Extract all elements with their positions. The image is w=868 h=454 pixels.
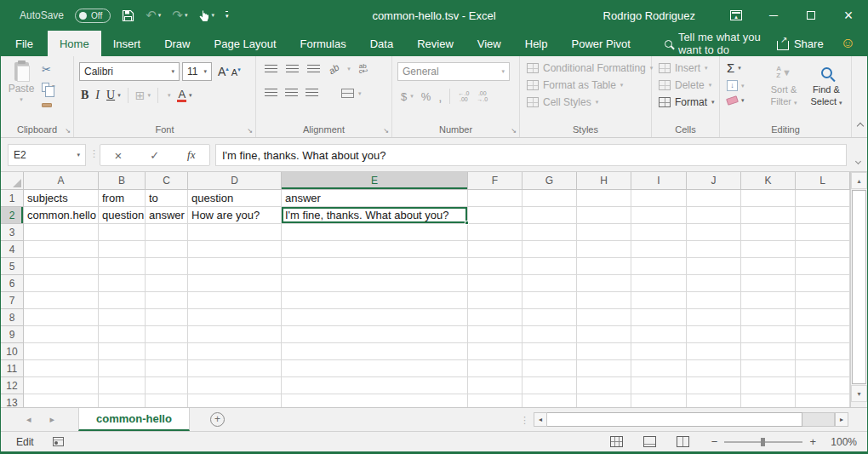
cell-D5[interactable] [188,258,282,275]
zoom-in-button[interactable]: + [809,435,816,448]
tab-power-pivot[interactable]: Power Pivot [560,31,642,56]
cell-G8[interactable] [523,309,577,326]
tab-help[interactable]: Help [513,31,560,56]
cell-H2[interactable] [577,207,631,224]
cell-C4[interactable] [146,241,188,258]
cell-D7[interactable] [188,292,282,309]
ribbon-display-options-button[interactable]: ▴ [717,0,755,31]
row-header-2[interactable]: 2 [1,207,24,224]
column-header-A[interactable]: A [24,172,99,190]
cell-B6[interactable] [99,275,146,292]
row-header-4[interactable]: 4 [1,241,24,258]
insert-function-button[interactable]: fx [187,148,195,162]
cell-F5[interactable] [468,258,523,275]
cell-H5[interactable] [577,258,631,275]
cell-A7[interactable] [24,292,99,309]
cell-H1[interactable] [577,190,631,207]
cell-I13[interactable] [631,394,687,407]
cell-E2[interactable]: I'm fine, thanks. What about you? [282,207,468,224]
cell-J1[interactable] [687,190,741,207]
user-name[interactable]: Rodrigo Rodriguez [603,9,695,22]
alignment-dialog-launcher[interactable]: ↘ [383,127,389,135]
cell-D10[interactable] [188,343,282,360]
cell-K2[interactable] [741,207,796,224]
cell-F12[interactable] [468,377,523,394]
column-header-B[interactable]: B [99,172,146,190]
column-header-J[interactable]: J [687,172,741,190]
cell-I8[interactable] [631,309,687,326]
cell-L1[interactable] [796,190,850,207]
feedback-smiley-button[interactable]: ☺ [837,31,867,56]
cell-L7[interactable] [796,292,850,309]
cell-B9[interactable] [99,326,146,343]
cell-G13[interactable] [523,394,577,407]
tab-home[interactable]: Home [48,31,101,56]
font-name-combo[interactable]: Calibri▾ [79,62,180,81]
previous-sheet-button[interactable]: ◂ [26,414,31,425]
cell-D13[interactable] [188,394,282,407]
cell-G7[interactable] [523,292,577,309]
cell-C9[interactable] [146,326,188,343]
comma-style-button[interactable]: , [438,89,442,104]
horizontal-scrollbar[interactable]: ◂ ▸ [534,412,848,427]
undo-button[interactable]: ↶▾ [146,8,161,23]
italic-button[interactable]: I [95,89,100,102]
cell-G11[interactable] [523,360,577,377]
format-cells-button[interactable]: Format▾ [659,96,715,108]
cell-L2[interactable] [796,207,850,224]
horizontal-scroll-thumb[interactable] [547,412,802,427]
tab-data[interactable]: Data [358,31,405,56]
row-header-9[interactable]: 9 [1,326,24,343]
align-bottom-button[interactable] [307,65,320,74]
cell-C12[interactable] [146,377,188,394]
name-box[interactable]: E2▾ [8,144,86,166]
cell-A9[interactable] [24,326,99,343]
cell-E10[interactable] [282,343,468,360]
format-as-table-button[interactable]: Format as Table▾ [527,79,653,91]
column-header-E[interactable]: E [282,172,468,190]
format-painter-button[interactable] [42,99,55,111]
share-button[interactable]: Share [767,31,834,56]
cell-J10[interactable] [687,343,741,360]
column-header-C[interactable]: C [146,172,188,190]
confirm-entry-button[interactable]: ✓ [150,149,159,162]
decrease-decimal-button[interactable]: .00 →.0 [477,90,488,102]
cell-L9[interactable] [796,326,850,343]
vertical-scroll-thumb[interactable] [852,190,866,384]
scroll-left-button[interactable]: ◂ [534,412,547,427]
cell-C5[interactable] [146,258,188,275]
cell-J6[interactable] [687,275,741,292]
paste-button[interactable]: Paste ▾ [4,60,38,118]
cell-A13[interactable] [24,394,99,407]
zoom-slider[interactable] [724,441,802,443]
cell-C3[interactable] [146,224,188,241]
cell-K10[interactable] [741,343,796,360]
cell-H4[interactable] [577,241,631,258]
cell-F13[interactable] [468,394,523,407]
row-header-8[interactable]: 8 [1,309,24,326]
cell-C6[interactable] [146,275,188,292]
cell-A1[interactable]: subjects [24,190,99,207]
cell-D2[interactable]: How are you? [188,207,282,224]
font-dialog-launcher[interactable]: ↘ [247,127,253,135]
clear-button[interactable]: ▾ [727,97,745,104]
cell-H7[interactable] [577,292,631,309]
cell-I10[interactable] [631,343,687,360]
cell-B8[interactable] [99,309,146,326]
find-select-button[interactable]: Find & Select ▾ [805,61,848,109]
cell-H6[interactable] [577,275,631,292]
maximize-button[interactable] [792,0,830,31]
delete-cells-button[interactable]: Delete▾ [659,79,715,91]
cut-button[interactable]: ✂ [42,63,55,75]
tab-file[interactable]: File [1,31,48,56]
row-header-1[interactable]: 1 [1,190,24,207]
cell-H3[interactable] [577,224,631,241]
increase-decimal-button[interactable]: ←.0 .00 [458,90,469,102]
new-sheet-button[interactable]: + [210,412,225,427]
autosave-toggle[interactable]: Off [75,9,111,23]
cell-C2[interactable]: answer [146,207,188,224]
save-button[interactable] [122,9,134,22]
cell-J12[interactable] [687,377,741,394]
cell-F3[interactable] [468,224,523,241]
cell-I5[interactable] [631,258,687,275]
